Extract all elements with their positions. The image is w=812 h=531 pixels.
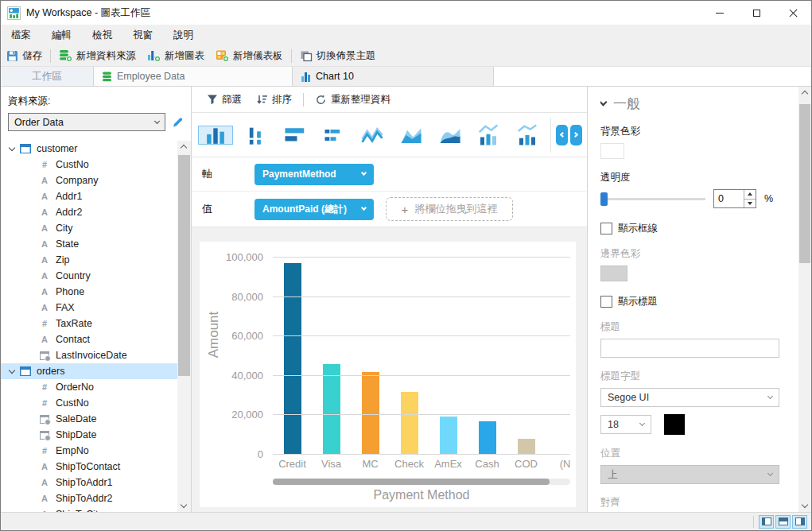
tab-workspace[interactable]: 工作區 [1, 67, 94, 86]
tree-item-lastinvoicedate[interactable]: LastInvoiceDate [1, 347, 177, 363]
tree-item-company[interactable]: ACompany [1, 172, 177, 188]
sort-button[interactable]: 排序 [251, 93, 297, 107]
border-color-swatch[interactable] [600, 266, 627, 281]
menu-item-edit[interactable]: 編輯 [41, 25, 82, 45]
tree-item-shiptoaddr2[interactable]: AShipToAddr2 [1, 490, 177, 506]
show-border-checkbox[interactable] [600, 223, 612, 234]
scroll-left-button[interactable] [556, 125, 568, 145]
tab-employee-data[interactable]: Employee Data [94, 67, 293, 86]
opacity-spinner[interactable]: 0 [713, 189, 756, 208]
add-data-source-button[interactable]: 新增資料來源 [53, 45, 142, 66]
tree-item-taxrate[interactable]: #TaxRate [1, 316, 177, 331]
sidebar-scrollbar[interactable] [177, 141, 191, 512]
menu-item-help[interactable]: 說明 [163, 25, 204, 45]
tree-item-orders[interactable]: orders [1, 363, 177, 379]
tree-item-saledate[interactable]: SaleDate [1, 411, 177, 427]
show-title-checkbox[interactable] [600, 296, 612, 308]
slider-thumb[interactable] [600, 192, 608, 206]
bar [362, 372, 379, 455]
properties-scrollbar[interactable] [798, 87, 811, 512]
minimize-button[interactable] [701, 1, 738, 25]
edit-pencil-icon[interactable] [172, 116, 184, 128]
spin-down-button[interactable] [744, 199, 756, 208]
chart-type-bar-line-2[interactable] [511, 118, 543, 153]
add-chart-button[interactable]: 新增圖表 [142, 45, 210, 66]
tree-item-shipdate[interactable]: ShipDate [1, 427, 177, 443]
tree-item-zip[interactable]: AZip [1, 252, 177, 268]
tree-expander-icon[interactable] [8, 367, 16, 375]
chart-type-bar-small[interactable] [318, 118, 350, 153]
value-field-dropdown[interactable]: AmountPaid (總計) [254, 199, 374, 220]
toggle-left-panel-button[interactable] [759, 515, 774, 529]
toggle-right-panel-button[interactable] [792, 515, 807, 529]
title-input[interactable] [600, 339, 779, 358]
add-dashboard-button[interactable]: 新增儀表板 [210, 45, 289, 66]
chart-type-line[interactable] [356, 118, 388, 153]
drop-hint-label: 將欄位拖曳到這裡 [414, 202, 497, 216]
font-color-swatch[interactable] [664, 414, 685, 435]
switch-theme-button[interactable]: 切換佈景主題 [294, 45, 382, 66]
tree-item-label: ShipToAddr1 [56, 477, 113, 488]
save-button[interactable]: 儲存 [1, 45, 48, 66]
scroll-right-button[interactable] [570, 125, 582, 145]
refresh-data-button[interactable]: 重新整理資料 [309, 93, 396, 107]
tab-chart-10[interactable]: Chart 10 [293, 67, 494, 86]
statusbar-separator [753, 516, 754, 528]
chart-type-bar-line[interactable] [473, 118, 505, 153]
save-floppy-icon [6, 50, 18, 62]
x-category-label: Cash [468, 458, 507, 472]
field-drop-zone[interactable]: + 將欄位拖曳到這裡 [386, 197, 513, 221]
opacity-slider[interactable] [600, 191, 705, 207]
general-section-header[interactable]: 一般 [600, 95, 791, 113]
tree-expander-icon[interactable] [8, 145, 16, 153]
chart-horizontal-scrollbar[interactable] [273, 479, 570, 485]
tree-item-empno[interactable]: #EmpNo [1, 443, 177, 459]
tree-item-shiptocity[interactable]: AShipToCity [1, 506, 177, 512]
scrollbar-thumb[interactable] [178, 155, 190, 376]
scrollbar-thumb[interactable] [799, 104, 810, 263]
chart-type-area[interactable] [395, 118, 427, 153]
bar-slot [468, 421, 507, 455]
title-font-select[interactable]: Segoe UI [600, 388, 779, 407]
tree-item-custno[interactable]: #CustNo [1, 395, 177, 411]
tree-item-state[interactable]: AState [1, 236, 177, 252]
maximize-button[interactable] [738, 1, 775, 25]
tree-item-phone[interactable]: APhone [1, 284, 177, 300]
position-select[interactable]: 上 [600, 465, 779, 484]
chart-type-column[interactable] [198, 126, 233, 145]
table-icon [20, 144, 31, 153]
tree-item-city[interactable]: ACity [1, 220, 177, 236]
chart-panel: 篩選 排序 重新整理資料 [192, 87, 588, 512]
tree-item-contact[interactable]: AContact [1, 331, 177, 347]
chart-type-area-smooth[interactable] [434, 118, 466, 153]
spin-up-button[interactable] [744, 190, 756, 199]
menu-bar: 檔案編輯檢視視窗說明 [1, 25, 811, 45]
axis-field-dropdown[interactable]: PaymentMethod [254, 164, 374, 185]
show-border-label: 顯示框線 [618, 222, 658, 235]
tree-item-shiptoaddr1[interactable]: AShipToAddr1 [1, 475, 177, 490]
data-source-label: 資料來源: [8, 95, 191, 108]
menu-item-file[interactable]: 檔案 [1, 25, 41, 45]
menu-item-view[interactable]: 檢視 [82, 25, 122, 45]
tree-item-custno[interactable]: #CustNo [1, 157, 177, 172]
tree-item-addr1[interactable]: AAddr1 [1, 188, 177, 204]
font-size-select[interactable]: 18 [600, 415, 651, 434]
scrollbar-thumb[interactable] [273, 479, 550, 485]
tree-item-fax[interactable]: AFAX [1, 300, 177, 316]
tree-item-country[interactable]: ACountry [1, 268, 177, 284]
chart-type-bar[interactable] [279, 118, 311, 153]
background-color-swatch[interactable] [600, 143, 624, 159]
toggle-bottom-panel-button[interactable] [775, 515, 791, 529]
chart-type-column-clustered[interactable] [240, 118, 272, 153]
tree-item-customer[interactable]: customer [1, 141, 177, 157]
text-field-icon: A [39, 335, 50, 344]
menu-item-window[interactable]: 視窗 [122, 25, 163, 45]
bar-line-combo-icon [476, 123, 500, 147]
filter-button[interactable]: 篩選 [201, 93, 247, 107]
gridline [273, 335, 570, 336]
close-button[interactable] [775, 1, 811, 25]
tree-item-addr2[interactable]: AAddr2 [1, 204, 177, 220]
tree-item-shiptocontact[interactable]: AShipToContact [1, 459, 177, 475]
data-source-combobox[interactable]: Order Data [8, 113, 165, 131]
tree-item-orderno[interactable]: #OrderNo [1, 379, 177, 395]
